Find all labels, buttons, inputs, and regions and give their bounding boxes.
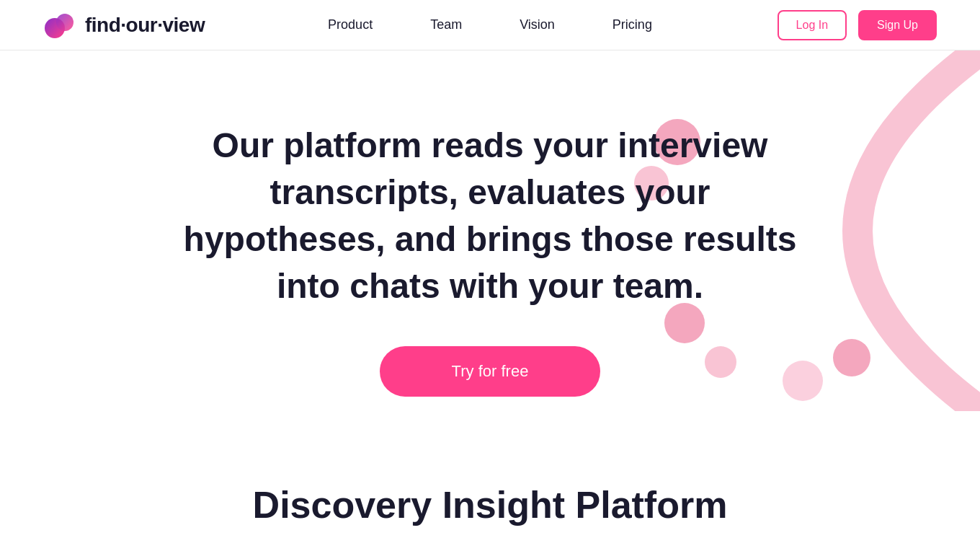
logo-icon	[43, 8, 78, 43]
nav-link-team[interactable]: Team	[401, 17, 491, 32]
signup-button[interactable]: Sign Up	[858, 10, 937, 40]
bottom-section: Discovery Insight Platform	[0, 454, 980, 541]
nav-link-vision[interactable]: Vision	[491, 17, 584, 32]
svg-point-1	[56, 14, 74, 31]
logo-link[interactable]: find·our·view	[43, 8, 205, 43]
hero-heading: Our platform reads your interview transc…	[166, 123, 814, 309]
deco-dot-6	[833, 339, 870, 376]
discovery-title: Discovery Insight Platform	[14, 483, 966, 526]
nav-actions: Log In Sign Up	[778, 10, 937, 40]
logo-text: find·our·view	[85, 14, 205, 37]
deco-dot-4	[705, 346, 736, 378]
login-button[interactable]: Log In	[778, 10, 847, 40]
nav-link-pricing[interactable]: Pricing	[584, 17, 681, 32]
hero-section: Our platform reads your interview transc…	[0, 50, 980, 454]
navbar: find·our·view Product Team Vision Pricin…	[0, 0, 980, 50]
nav-link-product[interactable]: Product	[299, 17, 401, 32]
try-for-free-button[interactable]: Try for free	[380, 346, 601, 397]
deco-dot-5	[783, 361, 823, 401]
nav-links: Product Team Vision Pricing	[299, 17, 681, 32]
